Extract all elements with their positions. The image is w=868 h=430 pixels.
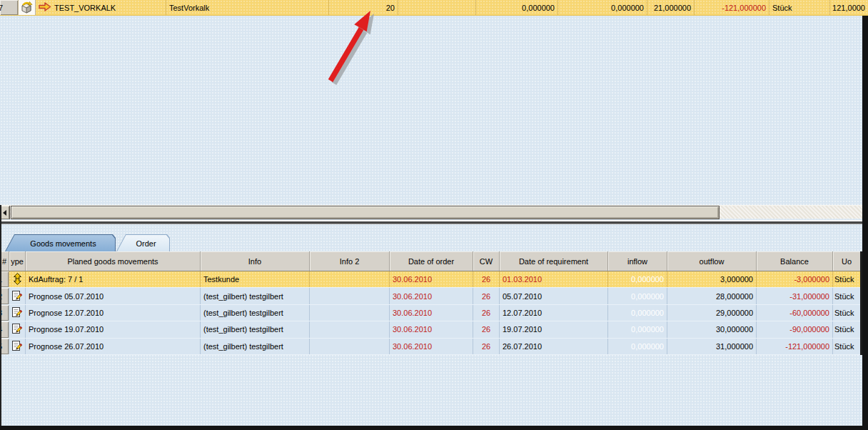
column-header-type[interactable]: ype bbox=[9, 251, 26, 271]
column-header-info[interactable]: Info bbox=[201, 251, 310, 271]
cell-outflow[interactable]: 30,000000 bbox=[667, 321, 757, 337]
cell-text: 26 bbox=[482, 275, 490, 284]
table-row[interactable]: 3 Prognose 12.07.2010 (test_gilbert) tes… bbox=[0, 305, 860, 321]
upper-grid-selected-row[interactable]: 7 TEST_VORKALK TestVorkalk 20 bbox=[0, 0, 868, 16]
tab-label: Goods movements bbox=[30, 239, 96, 248]
cell-cw[interactable]: 26 bbox=[473, 321, 500, 337]
cell-balance[interactable]: -90,000000 bbox=[757, 321, 833, 337]
cell-type[interactable] bbox=[9, 288, 26, 304]
cell-planed-goods-movement[interactable]: KdAuftrag: 7 / 1 bbox=[26, 271, 201, 287]
cell-outflow[interactable]: 28,000000 bbox=[667, 288, 757, 304]
scrollbar-thumb[interactable] bbox=[11, 206, 720, 219]
row-number-cell[interactable]: 7 bbox=[0, 0, 19, 15]
cell-info[interactable]: Testkunde bbox=[201, 271, 310, 287]
cell-planed-goods-movement[interactable]: Prognose 05.07.2010 bbox=[26, 288, 201, 304]
value4-cell[interactable]: 121,0000 bbox=[830, 0, 868, 15]
cell-type[interactable] bbox=[9, 305, 26, 321]
cell-cw[interactable]: 26 bbox=[473, 288, 500, 304]
cell-date-of-order[interactable]: 30.06.2010 bbox=[390, 321, 473, 337]
column-header-balance[interactable]: Balance bbox=[757, 251, 833, 271]
tab-goods-movements[interactable]: Goods movements bbox=[5, 234, 116, 251]
cell-inflow[interactable]: 0,000000 bbox=[608, 271, 667, 287]
column-header-date-of-requirement[interactable]: Date of requirement bbox=[500, 251, 608, 271]
cell-cw[interactable]: 26 bbox=[473, 339, 500, 354]
cell-date-of-requirement[interactable]: 19.07.2010 bbox=[500, 321, 608, 337]
cell-type[interactable] bbox=[9, 321, 26, 337]
cell-date-of-requirement[interactable]: 05.07.2010 bbox=[500, 288, 608, 304]
header-label: Planed goods movements bbox=[67, 257, 158, 266]
cell-info2[interactable] bbox=[310, 339, 390, 354]
cell-uom[interactable]: Stück bbox=[833, 339, 860, 354]
cell-type[interactable] bbox=[9, 339, 26, 354]
cell-balance[interactable]: -3,000000 bbox=[757, 271, 833, 287]
value3-cell[interactable]: 21,000000 bbox=[647, 0, 695, 15]
cell-type[interactable] bbox=[9, 271, 26, 287]
balance-cell[interactable]: -121,000000 bbox=[695, 0, 769, 15]
cell-info[interactable]: (test_gilbert) testgilbert bbox=[201, 288, 310, 304]
cell-text: (test_gilbert) testgilbert bbox=[203, 325, 283, 334]
cell-date-of-requirement[interactable]: 01.03.2010 bbox=[500, 271, 608, 287]
value1-cell[interactable]: 0,000000 bbox=[476, 0, 558, 15]
table-row[interactable]: 5 Prognose 26.07.2010 (test_gilbert) tes… bbox=[0, 339, 860, 355]
cell-info2[interactable] bbox=[310, 305, 390, 321]
cell-outflow[interactable]: 3,000000 bbox=[667, 271, 757, 287]
cell-info2[interactable] bbox=[310, 321, 390, 337]
table-row[interactable]: 2 Prognose 05.07.2010 (test_gilbert) tes… bbox=[0, 288, 860, 304]
scrollbar-left-button[interactable] bbox=[0, 206, 10, 219]
cell-inflow[interactable]: 0,000000 bbox=[608, 305, 667, 321]
forecast-note-icon bbox=[11, 323, 23, 336]
cell-balance[interactable]: -31,000000 bbox=[757, 288, 833, 304]
cell-inflow[interactable]: 0,000000 bbox=[608, 339, 667, 354]
info-cell[interactable]: TestVorkalk bbox=[166, 0, 329, 15]
cell-info2[interactable] bbox=[310, 271, 390, 287]
cell-info[interactable]: (test_gilbert) testgilbert bbox=[201, 305, 310, 321]
table-row[interactable]: 1 KdAuftrag: 7 / 1 Testkunde 30.06.2010 … bbox=[0, 271, 860, 288]
cell-date-of-order[interactable]: 30.06.2010 bbox=[390, 288, 473, 304]
value2-cell[interactable]: 0,000000 bbox=[558, 0, 647, 15]
cell-uom[interactable]: Stück bbox=[833, 321, 860, 337]
name-cell[interactable]: TEST_VORKALK bbox=[36, 0, 166, 15]
pane-splitter[interactable] bbox=[0, 220, 868, 224]
unit-value: Stück bbox=[772, 4, 792, 12]
empty-cell[interactable] bbox=[398, 0, 476, 15]
cell-planed-goods-movement[interactable]: Prognose 12.07.2010 bbox=[26, 305, 201, 321]
tab-order[interactable]: Order bbox=[116, 234, 170, 251]
cell-text: Stück bbox=[834, 292, 854, 301]
column-header-planed-goods-movements[interactable]: Planed goods movements bbox=[26, 251, 201, 271]
cell-info[interactable]: (test_gilbert) testgilbert bbox=[201, 321, 310, 337]
cell-cw[interactable]: 26 bbox=[473, 271, 500, 287]
cell-uom[interactable]: Stück bbox=[833, 288, 860, 304]
unit-cell[interactable]: Stück bbox=[769, 0, 830, 15]
cell-date-of-order[interactable]: 30.06.2010 bbox=[390, 305, 473, 321]
cell-outflow[interactable]: 29,000000 bbox=[667, 305, 757, 321]
cell-date-of-requirement[interactable]: 12.07.2010 bbox=[500, 305, 608, 321]
column-header-inflow[interactable]: inflow bbox=[608, 251, 667, 271]
column-header-cw[interactable]: CW bbox=[473, 251, 500, 271]
table-row[interactable]: 4 Prognose 19.07.2010 (test_gilbert) tes… bbox=[0, 321, 860, 338]
quantity-cell[interactable]: 20 bbox=[329, 0, 398, 15]
cell-uom[interactable]: Stück bbox=[833, 305, 860, 321]
cell-outflow[interactable]: 31,000000 bbox=[667, 339, 757, 354]
cell-planed-goods-movement[interactable]: Prognose 19.07.2010 bbox=[26, 321, 201, 337]
cell-cw[interactable]: 26 bbox=[473, 305, 500, 321]
cell-planed-goods-movement[interactable]: Prognose 26.07.2010 bbox=[26, 339, 201, 354]
cell-info2[interactable] bbox=[310, 288, 390, 304]
header-label: Uo bbox=[842, 257, 852, 266]
horizontal-scrollbar[interactable] bbox=[0, 205, 863, 219]
cell-inflow[interactable]: 0,000000 bbox=[608, 321, 667, 337]
column-header-outflow[interactable]: outflow bbox=[667, 251, 757, 271]
cell-balance[interactable]: -121,000000 bbox=[757, 339, 833, 354]
column-header-uom[interactable]: Uo bbox=[833, 251, 860, 271]
cell-date-of-requirement[interactable]: 26.07.2010 bbox=[500, 339, 608, 354]
column-header-info2[interactable]: Info 2 bbox=[310, 251, 390, 271]
cell-date-of-order[interactable]: 30.06.2010 bbox=[390, 271, 473, 287]
cell-info[interactable]: (test_gilbert) testgilbert bbox=[201, 339, 310, 354]
assembly-cell[interactable] bbox=[19, 0, 36, 15]
cell-uom[interactable]: Stück bbox=[833, 271, 860, 287]
cell-inflow[interactable]: 0,000000 bbox=[608, 288, 667, 304]
cell-date-of-order[interactable]: 30.06.2010 bbox=[390, 339, 473, 354]
cell-text: KdAuftrag: 7 / 1 bbox=[29, 275, 83, 284]
column-header-date-of-order[interactable]: Date of order bbox=[390, 251, 473, 271]
cell-text: 26.07.2010 bbox=[503, 342, 542, 351]
cell-balance[interactable]: -60,000000 bbox=[757, 305, 833, 321]
